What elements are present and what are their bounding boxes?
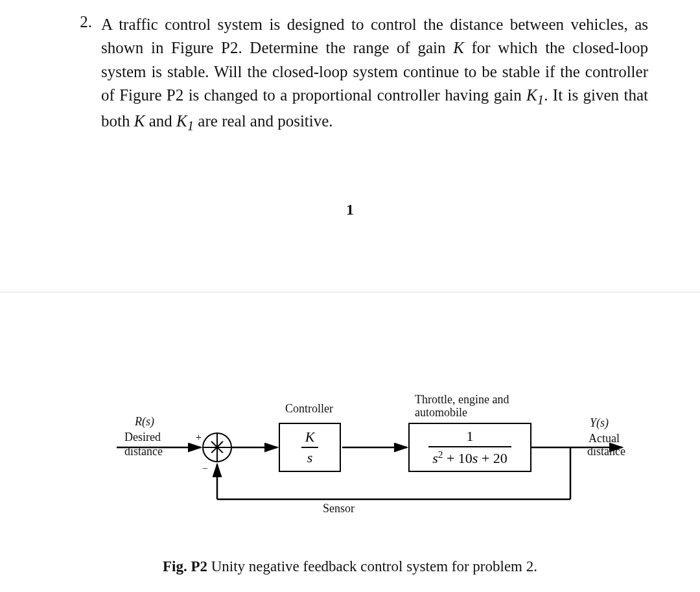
page-number: 1	[0, 201, 700, 219]
plant-tf-den: s2 + 10s + 20	[428, 449, 511, 467]
output-desc-2: distance	[587, 445, 625, 458]
controller-label: Controller	[285, 402, 333, 416]
caption-rest: Unity negative feedback control system f…	[207, 558, 537, 574]
summing-junction	[202, 432, 232, 462]
figure-caption: Fig. P2 Unity negative feedback control …	[0, 558, 700, 575]
input-signal-label: R(s)	[135, 415, 154, 429]
output-signal-label: Y(s)	[590, 416, 609, 430]
plant-block: 1 s2 + 10s + 20	[408, 423, 531, 472]
plant-label-1: Throttle, engine and	[415, 393, 509, 407]
controller-tf-num: K	[301, 429, 319, 445]
fraction-bar-icon	[301, 447, 319, 448]
question-text: A traffic control system is designed to …	[101, 13, 648, 136]
sum-minus-sign: −	[202, 463, 208, 475]
controller-tf: K s	[301, 429, 319, 466]
page: 2. A traffic control system is designed …	[0, 0, 700, 592]
controller-block: K s	[279, 423, 341, 472]
plant-tf-num: 1	[462, 429, 477, 444]
block-diagram: R(s) Desired distance + − Controller K s…	[117, 376, 635, 532]
plant-label-2: automobile	[415, 406, 467, 420]
question-block: 2. A traffic control system is designed …	[76, 13, 648, 136]
input-desc-1: Desired	[124, 431, 161, 444]
sum-plus-sign: +	[196, 432, 202, 444]
sensor-label: Sensor	[323, 502, 355, 515]
fraction-bar-icon	[428, 446, 511, 447]
diagram-wires	[117, 376, 635, 532]
input-desc-2: distance	[124, 445, 163, 458]
output-desc-1: Actual	[589, 432, 620, 445]
plant-tf: 1 s2 + 10s + 20	[428, 429, 511, 467]
page-divider	[0, 292, 700, 292]
question-number: 2.	[76, 13, 92, 136]
controller-tf-den: s	[303, 450, 317, 466]
caption-bold: Fig. P2	[163, 558, 207, 574]
